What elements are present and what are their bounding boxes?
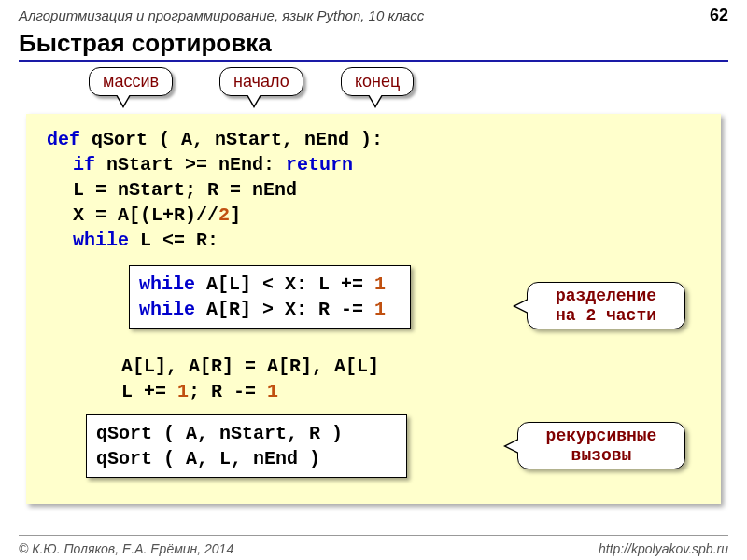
footer-divider <box>19 535 728 536</box>
callout-recursion: рекурсивные вызовы <box>517 422 685 469</box>
code-line: while A[R] > X: R -= 1 <box>139 297 401 322</box>
footer-copyright: © К.Ю. Поляков, Е.А. Ерёмин, 2014 <box>19 541 233 556</box>
recursive-calls-box: qSort ( A, nStart, R ) qSort ( A, L, nEn… <box>86 414 407 478</box>
page-number: 62 <box>710 6 728 25</box>
callout-text: на 2 части <box>556 306 656 325</box>
slide-title: Быстрая сортировка <box>19 29 728 58</box>
code-line: if nStart >= nEnd: return <box>47 152 704 177</box>
code-line: while L <= R: <box>47 228 704 253</box>
code-line: qSort ( A, L, nEnd ) <box>96 446 397 471</box>
code-line: def qSort ( A, nStart, nEnd ): <box>47 127 704 152</box>
code-block: def qSort ( A, nStart, nEnd ): if nStart… <box>26 114 721 504</box>
callout-array: массив <box>89 67 173 96</box>
callout-split: разделение на 2 части <box>527 282 685 329</box>
footer: © К.Ю. Поляков, Е.А. Ерёмин, 2014 http:/… <box>0 541 747 556</box>
code-line: qSort ( A, nStart, R ) <box>96 421 397 446</box>
code-line: L = nStart; R = nEnd <box>47 177 704 203</box>
callout-text: разделение <box>556 287 656 305</box>
footer-url: http://kpolyakov.spb.ru <box>599 541 728 556</box>
callout-start: начало <box>219 67 303 96</box>
callout-text: вызовы <box>571 446 632 465</box>
code-line: A[L], A[R] = A[R], A[L] <box>47 354 704 379</box>
code-line: while A[L] < X: L += 1 <box>139 272 401 297</box>
inner-loop-box: while A[L] < X: L += 1 while A[R] > X: R… <box>129 265 411 329</box>
callout-end: конец <box>341 67 414 96</box>
title-row: Быстрая сортировка <box>0 29 747 62</box>
callout-text: рекурсивные <box>546 427 657 445</box>
course-title: Алгоритмизация и программирование, язык … <box>19 7 424 23</box>
header: Алгоритмизация и программирование, язык … <box>0 0 747 27</box>
title-underline <box>19 60 728 62</box>
top-callouts: массив начало конец <box>0 67 747 114</box>
code-line: L += 1; R -= 1 <box>47 379 704 404</box>
code-line: X = A[(L+R)//2] <box>47 203 704 228</box>
